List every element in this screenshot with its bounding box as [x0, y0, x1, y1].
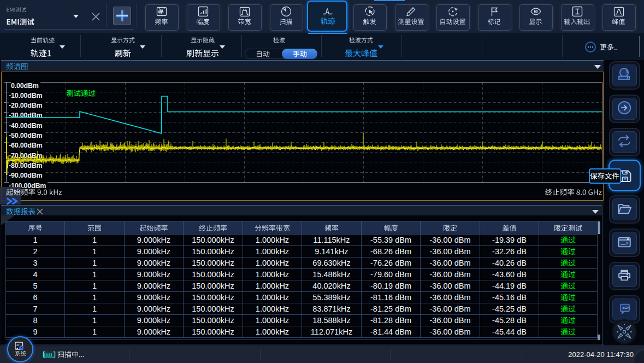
svg-text:·SCPI: ·SCPI [622, 306, 630, 309]
